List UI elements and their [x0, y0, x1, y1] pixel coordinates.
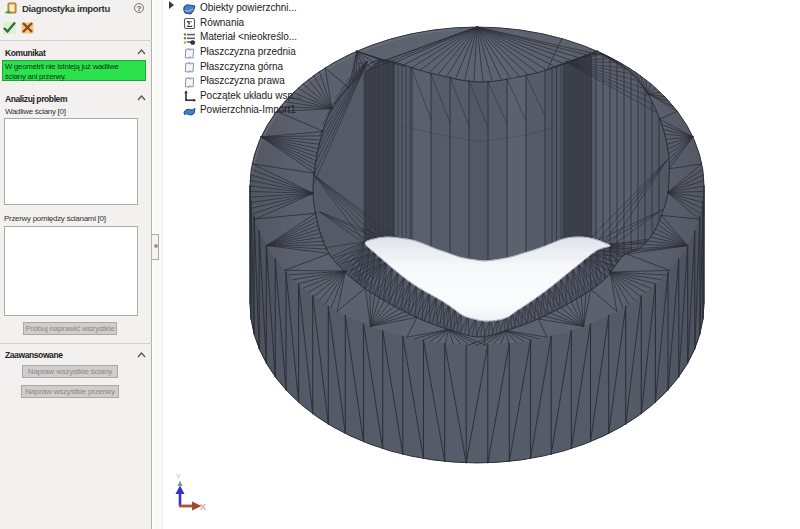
svg-text:Y: Y	[176, 473, 181, 480]
svg-text:X: X	[200, 502, 206, 512]
